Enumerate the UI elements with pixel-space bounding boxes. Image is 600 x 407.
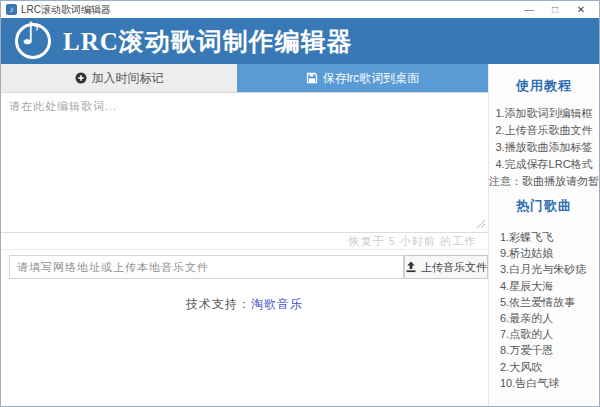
upload-row: 上传音乐文件 xyxy=(1,255,488,279)
footer: 技术支持：淘歌音乐 xyxy=(1,296,488,313)
music-note-glyph: ♪ xyxy=(21,15,41,51)
main-panel: 加入时间标记 保存lrc歌词到桌面 恢复于 5 小时前 的工作 xyxy=(1,64,488,406)
minimize-button[interactable]: — xyxy=(516,2,542,17)
tutorial-note: 注意：歌曲播放请勿暂停 xyxy=(489,173,599,190)
hot-song-item[interactable]: 6.最亲的人 xyxy=(489,310,599,326)
upload-icon xyxy=(405,261,417,273)
support-link[interactable]: 淘歌音乐 xyxy=(251,297,303,311)
hot-songs-title: 热门歌曲 xyxy=(489,190,599,225)
lyrics-editor-area xyxy=(1,92,488,233)
maximize-button[interactable]: □ xyxy=(542,2,568,17)
close-button[interactable]: ✕ xyxy=(568,2,594,17)
support-label: 技术支持： xyxy=(186,297,251,311)
tutorial-step: 2.上传音乐歌曲文件 xyxy=(489,122,599,139)
tutorial-step: 4.完成保存LRC格式 xyxy=(489,156,599,173)
hot-song-item[interactable]: 3.白月光与朱砂痣 xyxy=(489,261,599,277)
hot-songs-list: 1.彩蝶飞飞 9.桥边姑娘 3.白月光与朱砂痣 4.星辰大海 5.依兰爱情故事 … xyxy=(489,229,599,391)
tutorial-step: 3.播放歌曲添加标签 xyxy=(489,139,599,156)
hot-song-item[interactable]: 9.桥边姑娘 xyxy=(489,245,599,261)
app-window: ♪ LRC滚动歌词编辑器 — □ ✕ ♪ LRC滚动歌词制作编辑器 加入时间标记 xyxy=(0,0,600,407)
hot-song-item[interactable]: 4.星辰大海 xyxy=(489,278,599,294)
app-header: ♪ LRC滚动歌词制作编辑器 xyxy=(1,18,599,64)
logo-music-note-icon: ♪ xyxy=(15,23,51,59)
tab-label: 加入时间标记 xyxy=(92,70,164,87)
titlebar: ♪ LRC滚动歌词编辑器 — □ ✕ xyxy=(1,1,599,18)
upload-button-label: 上传音乐文件 xyxy=(421,260,487,275)
tutorial-step: 1.添加歌词到编辑框 xyxy=(489,105,599,122)
tab-add-time-tags[interactable]: 加入时间标记 xyxy=(1,64,237,92)
page-title: LRC滚动歌词制作编辑器 xyxy=(63,25,353,58)
hot-song-item[interactable]: 7.点歌的人 xyxy=(489,326,599,342)
tutorial-title: 使用教程 xyxy=(489,70,599,105)
lyrics-textarea[interactable] xyxy=(1,92,488,233)
tab-bar: 加入时间标记 保存lrc歌词到桌面 xyxy=(1,64,488,92)
app-icon: ♪ xyxy=(6,4,17,15)
hot-song-item[interactable]: 5.依兰爱情故事 xyxy=(489,294,599,310)
restore-status-text: 恢复于 5 小时前 的工作 xyxy=(1,233,488,250)
tab-label: 保存lrc歌词到桌面 xyxy=(323,70,420,87)
upload-music-button[interactable]: 上传音乐文件 xyxy=(404,255,488,279)
hot-song-item[interactable]: 2.大风吹 xyxy=(489,359,599,375)
hot-song-item[interactable]: 1.彩蝶飞飞 xyxy=(489,229,599,245)
plus-circle-icon xyxy=(75,72,87,84)
hot-song-item[interactable]: 8.万爱千恩 xyxy=(489,342,599,358)
window-controls: — □ ✕ xyxy=(516,2,594,17)
save-icon xyxy=(306,72,318,84)
sidebar: 使用教程 1.添加歌词到编辑框 2.上传音乐歌曲文件 3.播放歌曲添加标签 4.… xyxy=(488,64,599,406)
music-url-input[interactable] xyxy=(9,255,404,279)
hot-song-item[interactable]: 10.告白气球 xyxy=(489,375,599,391)
tab-save-lrc[interactable]: 保存lrc歌词到桌面 xyxy=(237,64,488,92)
